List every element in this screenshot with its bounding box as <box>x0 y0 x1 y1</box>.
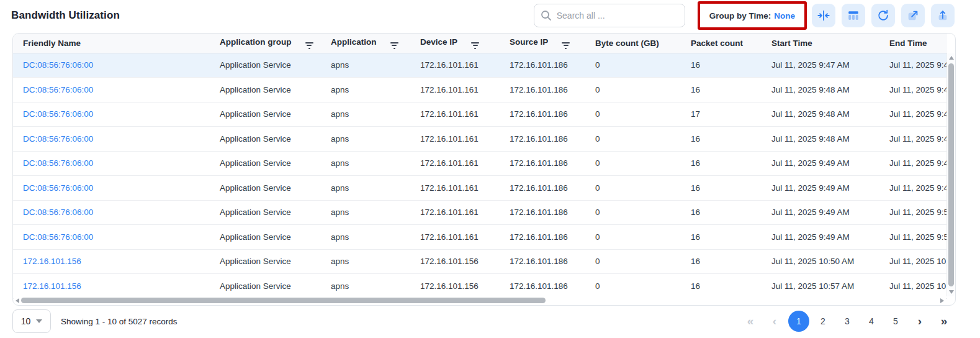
cell-packet-count: 16 <box>681 53 762 78</box>
cell-source-ip: 172.16.101.186 <box>500 225 585 250</box>
friendly-name-link[interactable]: 172.16.101.156 <box>23 257 81 266</box>
cell-byte-count: 0 <box>585 53 681 78</box>
col-source-ip: Source IP <box>500 34 585 53</box>
cell-end-time: Jul 11, 2025 9:4 <box>879 78 947 103</box>
col-packet-count: Packet count <box>681 34 762 53</box>
chevron-down-icon <box>36 319 42 323</box>
scroll-right-arrow-icon[interactable] <box>940 298 944 303</box>
column-chooser-button[interactable] <box>842 4 865 27</box>
table-row: DC:08:56:76:06:00 Application Service ap… <box>13 151 947 176</box>
icon-button-bar <box>812 4 955 27</box>
page-button-4[interactable]: 4 <box>861 311 882 332</box>
filter-icon[interactable] <box>305 42 313 49</box>
expand-open-button[interactable] <box>901 4 925 27</box>
page-button-2[interactable]: 2 <box>812 311 834 332</box>
col-label: Application group <box>220 37 292 47</box>
friendly-name-link[interactable]: DC:08:56:76:06:00 <box>23 232 93 242</box>
friendly-name-link[interactable]: DC:08:56:76:06:00 <box>23 85 93 94</box>
search-icon <box>541 10 552 21</box>
horizontal-scrollbar[interactable] <box>14 296 946 304</box>
scroll-down-arrow-icon[interactable] <box>949 290 954 294</box>
filter-icon[interactable] <box>562 42 570 49</box>
friendly-name-link[interactable]: DC:08:56:76:06:00 <box>23 208 93 217</box>
cell-packet-count: 16 <box>681 78 762 103</box>
cell-application: apns <box>321 53 410 78</box>
page-button-3[interactable]: 3 <box>837 311 858 332</box>
cell-byte-count: 0 <box>585 274 681 299</box>
cell-source-ip: 172.16.101.186 <box>500 274 585 299</box>
showing-records-text: Showing 1 - 10 of 5027 records <box>61 317 178 326</box>
scroll-up-arrow-icon[interactable] <box>949 56 954 60</box>
vertical-scrollbar-thumb[interactable] <box>948 63 954 286</box>
group-by-time-button[interactable]: Group by Time: None <box>700 4 804 27</box>
pagination-pages: 12345 <box>788 311 906 332</box>
cell-friendly-name: DC:08:56:76:06:00 <box>13 53 210 78</box>
cell-application-group: Application Service <box>210 78 321 103</box>
table-row: DC:08:56:76:06:00 Application Service ap… <box>13 102 947 127</box>
refresh-icon <box>876 9 890 22</box>
page-button-1[interactable]: 1 <box>788 311 809 332</box>
cell-packet-count: 16 <box>681 176 762 201</box>
data-table: Friendly Name Application group Applicat… <box>13 34 947 299</box>
friendly-name-link[interactable]: 172.16.101.156 <box>23 281 81 291</box>
cell-source-ip: 172.16.101.186 <box>500 249 585 274</box>
table-row: DC:08:56:76:06:00 Application Service ap… <box>13 225 947 250</box>
friendly-name-link[interactable]: DC:08:56:76:06:00 <box>23 183 93 193</box>
cell-device-ip: 172.16.101.161 <box>410 127 500 152</box>
cell-source-ip: 172.16.101.186 <box>500 151 585 176</box>
cell-device-ip: 172.16.101.156 <box>410 274 500 299</box>
search-input[interactable] <box>534 4 685 27</box>
cell-start-time: Jul 11, 2025 9:49 AM <box>762 200 879 225</box>
first-page-button[interactable]: « <box>740 311 761 332</box>
cell-end-time: Jul 11, 2025 9:4 <box>879 176 947 201</box>
filter-icon[interactable] <box>471 42 479 49</box>
page-button-5[interactable]: 5 <box>885 311 906 332</box>
col-label: Source IP <box>510 37 548 47</box>
cell-start-time: Jul 11, 2025 9:48 AM <box>762 102 879 127</box>
table-row: DC:08:56:76:06:00 Application Service ap… <box>13 127 947 152</box>
cell-end-time: Jul 11, 2025 9:5 <box>879 200 947 225</box>
cell-start-time: Jul 11, 2025 9:47 AM <box>762 53 879 78</box>
cell-source-ip: 172.16.101.186 <box>500 102 585 127</box>
column-chooser-icon <box>847 9 860 22</box>
col-byte-count: Byte count (GB) <box>585 34 681 53</box>
col-label: Packet count <box>691 39 743 48</box>
friendly-name-link[interactable]: DC:08:56:76:06:00 <box>23 60 93 70</box>
friendly-name-link[interactable]: DC:08:56:76:06:00 <box>23 158 93 168</box>
cell-byte-count: 0 <box>585 176 681 201</box>
prev-page-button[interactable]: ‹ <box>764 311 785 332</box>
table-footer: 10 Showing 1 - 10 of 5027 records « ‹ 12… <box>0 306 980 337</box>
cell-source-ip: 172.16.101.186 <box>500 200 585 225</box>
friendly-name-link[interactable]: DC:08:56:76:06:00 <box>23 109 93 119</box>
page-size-select[interactable]: 10 <box>12 309 51 333</box>
toolbar: Bandwidth Utilization Group by Time: Non… <box>0 0 980 31</box>
friendly-name-link[interactable]: DC:08:56:76:06:00 <box>23 134 93 144</box>
search-box <box>534 4 685 27</box>
refresh-button[interactable] <box>871 4 895 27</box>
vertical-scrollbar[interactable] <box>946 53 955 296</box>
horizontal-scrollbar-thumb[interactable] <box>21 298 546 303</box>
cell-start-time: Jul 11, 2025 9:49 AM <box>762 151 879 176</box>
col-label: Friendly Name <box>23 39 81 48</box>
cell-application: apns <box>321 200 410 225</box>
collapse-columns-button[interactable] <box>812 4 835 27</box>
cell-friendly-name: DC:08:56:76:06:00 <box>13 127 210 152</box>
cell-friendly-name: DC:08:56:76:06:00 <box>13 151 210 176</box>
scroll-left-arrow-icon[interactable] <box>16 298 19 303</box>
cell-packet-count: 17 <box>681 102 762 127</box>
cell-device-ip: 172.16.101.161 <box>410 225 500 250</box>
filter-icon[interactable] <box>390 42 398 49</box>
cell-application: apns <box>321 225 410 250</box>
bandwidth-table: Friendly Name Application group Applicat… <box>12 33 956 306</box>
next-page-button[interactable]: › <box>909 311 930 332</box>
last-page-button[interactable]: » <box>933 311 955 332</box>
cell-byte-count: 0 <box>585 200 681 225</box>
cell-application-group: Application Service <box>210 53 321 78</box>
cell-byte-count: 0 <box>585 127 681 152</box>
cell-application: apns <box>321 274 410 299</box>
export-upload-button[interactable] <box>931 4 955 27</box>
cell-friendly-name: DC:08:56:76:06:00 <box>13 102 210 127</box>
col-start-time: Start Time <box>762 34 879 53</box>
cell-friendly-name: DC:08:56:76:06:00 <box>13 225 210 250</box>
col-friendly-name: Friendly Name <box>13 34 210 53</box>
